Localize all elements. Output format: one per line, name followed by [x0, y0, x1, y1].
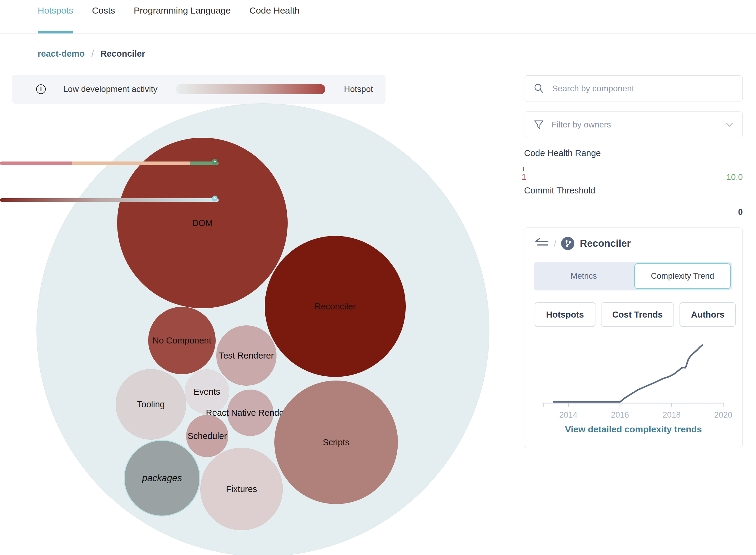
bubble-label: Events	[194, 387, 220, 397]
git-branch-icon	[561, 237, 574, 250]
bubble-label: No Component	[152, 336, 211, 346]
code-health-range-label: Code Health Range	[524, 148, 743, 158]
svg-text:2016: 2016	[611, 411, 629, 419]
view-complexity-trends-link[interactable]: View detailed complexity trends	[524, 424, 743, 434]
tab-metrics[interactable]: Metrics	[534, 262, 633, 291]
commit-threshold-value: 0	[524, 207, 743, 217]
bubble-label: packages	[142, 473, 182, 483]
bubble-label: Reconciler	[315, 302, 356, 311]
detail-tab-switcher: Metrics Complexity Trend	[534, 262, 732, 291]
component-detail-panel: / Reconciler Metrics Complexity Trend Ho…	[524, 227, 743, 448]
filter-icon	[533, 119, 544, 130]
bubble-label: Fixtures	[226, 484, 257, 494]
hotspots-page: Hotspots Costs Programming Language Code…	[0, 0, 756, 555]
bubble-label: DOM	[192, 218, 213, 228]
svg-text:2018: 2018	[663, 411, 681, 419]
bubble-label: Scheduler	[188, 431, 227, 441]
commit-threshold-label: Commit Threshold	[524, 185, 743, 196]
svg-text:2020: 2020	[714, 411, 732, 419]
bubble-test-renderer[interactable]: Test Renderer	[216, 326, 276, 386]
bubble-react-native-renderer[interactable]: React Native Renderer	[227, 390, 273, 436]
bubble-tooling[interactable]: Tooling	[116, 369, 186, 440]
complexity-trend-chart: 2014201620182020	[533, 337, 744, 423]
bubble-packages[interactable]: packages	[124, 440, 200, 516]
search-input[interactable]	[551, 83, 733, 94]
bubble-label: Scripts	[323, 437, 350, 447]
detail-action-buttons: Hotspots Cost Trends Authors	[535, 302, 736, 327]
bubble-label: Test Renderer	[219, 351, 274, 361]
detail-panel-title: Reconciler	[580, 238, 631, 249]
bubble-scripts[interactable]: Scripts	[274, 381, 398, 504]
commit-threshold-handle[interactable]	[212, 196, 217, 201]
detail-panel-header: / Reconciler	[535, 237, 631, 250]
tab-complexity-trend[interactable]: Complexity Trend	[634, 263, 731, 289]
bubble-label: Tooling	[137, 399, 165, 410]
header-separator: /	[554, 238, 556, 249]
filter-label: Filter by owners	[551, 120, 725, 130]
search-icon	[533, 83, 544, 94]
code-health-min-tick	[523, 167, 524, 171]
chevron-down-icon	[725, 122, 733, 127]
bubble-no-component[interactable]: No Component	[148, 307, 216, 374]
search-box[interactable]	[524, 75, 743, 102]
collapse-back-icon[interactable]	[535, 238, 549, 249]
filter-owners-dropdown[interactable]: Filter by owners	[524, 112, 743, 138]
authors-button[interactable]: Authors	[679, 302, 736, 327]
bubble-reconciler[interactable]: Reconciler	[265, 236, 406, 377]
cost-trends-button[interactable]: Cost Trends	[601, 302, 674, 327]
code-health-max-value: 10.0	[524, 172, 743, 182]
code-health-range-handle[interactable]	[212, 159, 217, 164]
commit-threshold-slider[interactable]	[0, 198, 219, 202]
hotspots-button[interactable]: Hotspots	[535, 302, 595, 327]
code-health-range-slider[interactable]	[0, 162, 219, 165]
svg-text:2014: 2014	[559, 411, 577, 419]
bubble-scheduler[interactable]: Scheduler	[186, 415, 228, 457]
bubble-fixtures[interactable]: Fixtures	[200, 448, 283, 530]
bubble-events[interactable]: Events	[185, 370, 229, 414]
